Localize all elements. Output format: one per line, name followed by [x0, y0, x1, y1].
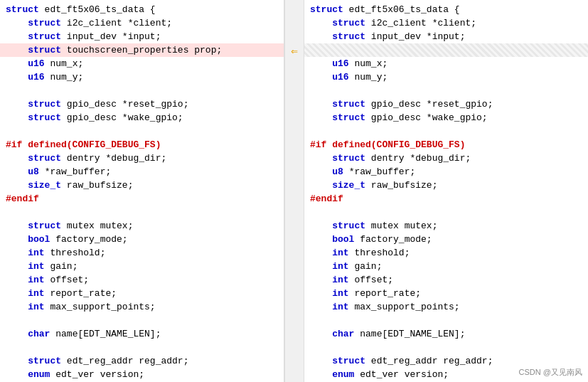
table-row: int offset; — [0, 273, 284, 287]
table-row: struct gpio_desc *reset_gpio; — [304, 97, 588, 111]
table-row: u16 num_x; — [0, 57, 284, 70]
table-row — [0, 206, 284, 219]
table-row: u16 num_x; — [304, 57, 588, 70]
table-row: int max_support_points; — [0, 300, 284, 314]
table-row: struct mutex mutex; — [0, 219, 284, 233]
table-row — [304, 124, 588, 138]
table-row: enum edt_ver version; — [0, 368, 284, 381]
right-code: struct edt_ft5x06_ts_data { struct i2c_c… — [304, 3, 588, 382]
left-pane: struct edt_ft5x06_ts_data { struct i2c_c… — [0, 0, 284, 382]
table-row — [304, 314, 588, 327]
table-row: #endif — [0, 192, 284, 206]
table-row: int offset; — [304, 273, 588, 287]
table-row: struct touchscreen_properties prop; — [0, 43, 284, 57]
table-row: struct i2c_client *client; — [0, 16, 284, 30]
table-row: int max_support_points; — [304, 300, 588, 314]
table-row — [304, 206, 588, 219]
table-row: u8 *raw_buffer; — [0, 165, 284, 179]
table-row: int gain; — [0, 260, 284, 273]
table-row — [304, 341, 588, 354]
table-row: struct dentry *debug_dir; — [0, 152, 284, 165]
diff-container: struct edt_ft5x06_ts_data { struct i2c_c… — [0, 0, 588, 382]
table-row: struct gpio_desc *reset_gpio; — [0, 97, 284, 111]
diff-divider: ⇐ — [284, 0, 304, 382]
table-row: struct edt_ft5x06_ts_data { — [0, 3, 284, 16]
watermark-label: CSDN @又见南风 — [519, 367, 582, 378]
table-row: char name[EDT_NAME_LEN]; — [304, 327, 588, 341]
table-row: int report_rate; — [304, 287, 588, 300]
table-row: size_t raw_bufsize; — [0, 179, 284, 192]
left-code: struct edt_ft5x06_ts_data { struct i2c_c… — [0, 3, 284, 382]
table-row: u8 *raw_buffer; — [304, 165, 588, 179]
table-row: struct dentry *debug_dir; — [304, 152, 588, 165]
table-row: struct i2c_client *client; — [304, 16, 588, 30]
table-row: struct input_dev *input; — [304, 30, 588, 43]
table-row — [304, 84, 588, 97]
table-row — [0, 124, 284, 138]
table-row — [0, 314, 284, 327]
table-row: bool factory_mode; — [0, 233, 284, 246]
table-row: struct edt_reg_addr reg_addr; — [0, 354, 284, 368]
table-row: int report_rate; — [0, 287, 284, 300]
table-row — [0, 341, 284, 354]
table-row: char name[EDT_NAME_LEN]; — [0, 327, 284, 341]
table-row: #if defined(CONFIG_DEBUG_FS) — [304, 138, 588, 152]
table-row: #if defined(CONFIG_DEBUG_FS) — [0, 138, 284, 152]
table-row: bool factory_mode; — [304, 233, 588, 246]
table-row: int gain; — [304, 260, 588, 273]
table-row: #endif — [304, 192, 588, 206]
table-row: u16 num_y; — [0, 70, 284, 84]
right-pane: struct edt_ft5x06_ts_data { struct i2c_c… — [304, 0, 588, 382]
table-row: size_t raw_bufsize; — [304, 179, 588, 192]
table-row: struct gpio_desc *wake_gpio; — [0, 111, 284, 124]
table-row: int threshold; — [304, 246, 588, 260]
merge-arrow-icon[interactable]: ⇐ — [291, 44, 298, 58]
table-row: struct mutex mutex; — [304, 219, 588, 233]
table-row: int threshold; — [0, 246, 284, 260]
table-row — [304, 43, 588, 57]
table-row: struct edt_reg_addr reg_addr; — [304, 354, 588, 368]
table-row: u16 num_y; — [304, 70, 588, 84]
table-row: struct edt_ft5x06_ts_data { — [304, 3, 588, 16]
table-row — [0, 84, 284, 97]
table-row: struct gpio_desc *wake_gpio; — [304, 111, 588, 124]
table-row: struct input_dev *input; — [0, 30, 284, 43]
